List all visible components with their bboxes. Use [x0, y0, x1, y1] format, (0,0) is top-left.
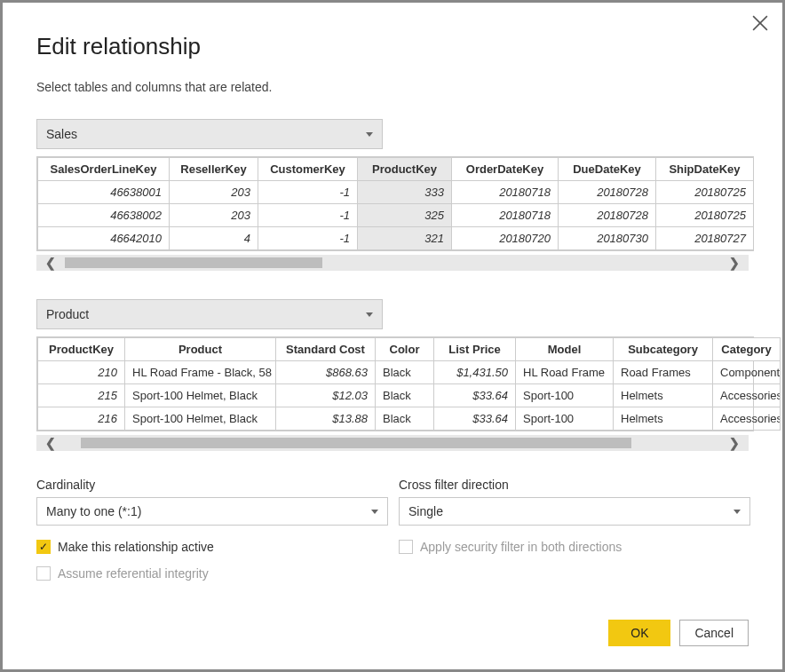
- table-cell: -1: [258, 181, 358, 204]
- column-header[interactable]: Standard Cost: [276, 338, 376, 361]
- table-cell: 20180725: [656, 204, 754, 227]
- table-cell: $33.64: [434, 407, 516, 431]
- cross-filter-select[interactable]: Single: [399, 497, 750, 526]
- table-cell: 325: [358, 204, 452, 227]
- chevron-right-icon[interactable]: ❯: [724, 256, 745, 270]
- column-header[interactable]: Model: [516, 338, 614, 361]
- column-header[interactable]: OrderDateKey: [452, 158, 559, 181]
- cardinality-select[interactable]: Many to one (*:1): [36, 497, 388, 526]
- column-header[interactable]: Category: [713, 338, 781, 361]
- chevron-left-icon[interactable]: ❮: [40, 256, 61, 270]
- checkbox-security-filter: Apply security filter in both directions: [399, 540, 750, 554]
- cross-filter-label: Cross filter direction: [399, 478, 750, 492]
- table-cell: Sport-100 Helmet, Black: [125, 384, 276, 407]
- scroll-track[interactable]: [65, 438, 720, 448]
- cancel-button[interactable]: Cancel: [679, 620, 749, 646]
- cancel-button-label: Cancel: [694, 626, 733, 640]
- table-cell: 203: [170, 181, 258, 204]
- table-cell: -1: [258, 227, 358, 250]
- table-cell: 46638002: [38, 204, 170, 227]
- check-icon: [399, 540, 413, 554]
- column-header[interactable]: DueDateKey: [559, 158, 656, 181]
- scroll-track[interactable]: [65, 257, 720, 268]
- ok-button[interactable]: OK: [608, 620, 670, 646]
- dialog-edit-relationship: Edit relationship Select tables and colu…: [0, 0, 785, 672]
- ok-button-label: OK: [630, 626, 648, 640]
- table-cell: HL Road Frame: [516, 361, 614, 384]
- checkbox-make-active[interactable]: ✓ Make this relationship active: [36, 540, 388, 554]
- chevron-down-icon: [733, 510, 741, 514]
- table-cell: $13.88: [276, 407, 376, 431]
- table-cell: Helmets: [614, 384, 713, 407]
- cardinality-label: Cardinality: [36, 478, 388, 492]
- primary-table-scrollbar[interactable]: ❮ ❯: [36, 255, 749, 271]
- table-cell: 20180727: [656, 227, 754, 250]
- table-cell: 203: [170, 204, 258, 227]
- column-header[interactable]: ResellerKey: [170, 158, 258, 181]
- table-cell: Helmets: [614, 407, 713, 431]
- table-cell: 20180730: [559, 227, 656, 250]
- table-cell: 333: [358, 181, 452, 204]
- table-cell: Black: [376, 384, 434, 407]
- column-header[interactable]: CustomerKey: [258, 158, 358, 181]
- column-header[interactable]: SalesOrderLineKey: [38, 158, 170, 181]
- chevron-right-icon[interactable]: ❯: [724, 436, 745, 450]
- column-header[interactable]: List Price: [434, 338, 516, 361]
- chevron-down-icon: [371, 510, 378, 514]
- table-cell: 4: [170, 227, 258, 250]
- table-cell: Accessories: [713, 384, 781, 407]
- table-row[interactable]: 210HL Road Frame - Black, 58$868.63Black…: [38, 361, 781, 384]
- table-cell: 321: [358, 227, 452, 250]
- dialog-title: Edit relationship: [36, 33, 749, 60]
- table-cell: Accessories: [713, 407, 781, 431]
- column-header[interactable]: ProductKey: [358, 158, 452, 181]
- table-cell: $1,431.50: [434, 361, 516, 384]
- table-row[interactable]: 466420104-1321201807202018073020180727: [38, 227, 754, 250]
- column-header[interactable]: Product: [125, 338, 276, 361]
- table-row[interactable]: 215Sport-100 Helmet, Black$12.03Black$33…: [38, 384, 781, 407]
- table-cell: HL Road Frame - Black, 58: [125, 361, 276, 384]
- table-cell: $12.03: [276, 384, 376, 407]
- table-row[interactable]: 46638002203-1325201807182018072820180725: [38, 204, 754, 227]
- close-icon[interactable]: [752, 15, 768, 31]
- column-header[interactable]: Color: [376, 338, 434, 361]
- related-table-grid: ProductKeyProductStandard CostColorList …: [36, 336, 754, 431]
- chevron-left-icon[interactable]: ❮: [40, 436, 61, 450]
- checkbox-referential-integrity-label: Assume referential integrity: [58, 566, 209, 581]
- related-table-scrollbar[interactable]: ❮ ❯: [36, 435, 749, 451]
- column-header[interactable]: ShipDateKey: [656, 158, 754, 181]
- table-cell: Black: [376, 407, 434, 431]
- table-cell: Sport-100: [516, 384, 614, 407]
- table-cell: Road Frames: [614, 361, 713, 384]
- column-header[interactable]: ProductKey: [38, 338, 125, 361]
- table-cell: 215: [38, 384, 125, 407]
- table-cell: 210: [38, 361, 125, 384]
- table-cell: 20180728: [559, 204, 656, 227]
- table-cell: 216: [38, 407, 125, 431]
- table-row[interactable]: 216Sport-100 Helmet, Black$13.88Black$33…: [38, 407, 781, 431]
- scroll-thumb[interactable]: [81, 438, 631, 448]
- scroll-thumb[interactable]: [65, 257, 322, 268]
- related-table-select-value: Product: [46, 307, 89, 321]
- table-cell: Sport-100 Helmet, Black: [125, 407, 276, 431]
- table-cell: -1: [258, 204, 358, 227]
- primary-table-select-value: Sales: [46, 127, 77, 141]
- table-row[interactable]: 46638001203-1333201807182018072820180725: [38, 181, 754, 204]
- table-cell: 20180720: [452, 227, 559, 250]
- table-cell: Black: [376, 361, 434, 384]
- cardinality-value: Many to one (*:1): [46, 504, 141, 518]
- checkbox-referential-integrity: Assume referential integrity: [36, 566, 388, 581]
- column-header[interactable]: Subcategory: [614, 338, 713, 361]
- checkbox-security-filter-label: Apply security filter in both directions: [420, 540, 622, 554]
- dialog-subtitle: Select tables and columns that are relat…: [36, 80, 749, 94]
- table-cell: Sport-100: [516, 407, 614, 431]
- primary-table-grid: SalesOrderLineKeyResellerKeyCustomerKeyP…: [36, 156, 754, 251]
- cross-filter-value: Single: [408, 504, 443, 518]
- primary-table-select[interactable]: Sales: [36, 119, 383, 149]
- table-cell: 46638001: [38, 181, 170, 204]
- table-cell: Components: [713, 361, 781, 384]
- table-cell: 20180725: [656, 181, 754, 204]
- table-cell: 20180728: [559, 181, 656, 204]
- related-table-select[interactable]: Product: [36, 299, 383, 329]
- check-icon: ✓: [36, 540, 51, 554]
